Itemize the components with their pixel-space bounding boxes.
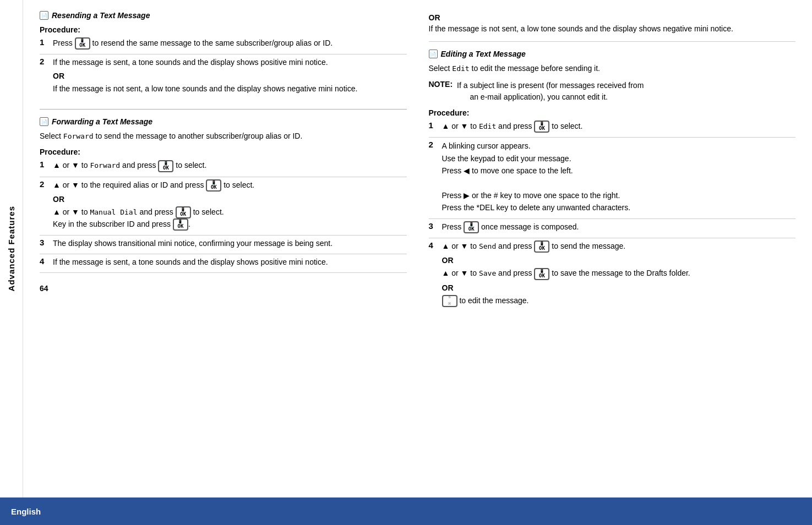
section-editing: 📄 Editing a Text Message Select Edit to … xyxy=(429,50,796,314)
step-1-forward: 1 ▲ or ▼ to Forward and press 📱 OK to se… xyxy=(40,160,407,177)
main-content: 📄 Resending a Text Message Procedure: 1 … xyxy=(23,0,812,497)
editing-intro: Select Edit to edit the message before s… xyxy=(429,63,796,74)
manual-dial-text: Manual Dial xyxy=(90,208,137,216)
step-content-3-edit: Press 📱 OK once message is composed. xyxy=(442,221,796,233)
sidebar: Advanced Features xyxy=(0,0,23,497)
section-editing-title: 📄 Editing a Text Message xyxy=(429,50,796,58)
step-content-2-resend: If the message is sent, a tone sounds an… xyxy=(53,57,407,95)
step-content-2-forward: ▲ or ▼ to the required alias or ID and p… xyxy=(53,179,407,231)
step-content-1-resend: Press 📱 OK to resend the same message to… xyxy=(53,37,407,50)
or-label-4e2: OR xyxy=(442,282,796,294)
step-2-edit: 2 A blinking cursor appears. Use the key… xyxy=(429,140,796,218)
section-forwarding-title: 📄 Forwarding a Text Message xyxy=(40,117,407,126)
note-label: NOTE: xyxy=(429,80,453,103)
footer-bar: English xyxy=(0,497,812,525)
divider-1 xyxy=(40,109,407,110)
or-label-4e: OR xyxy=(442,255,796,266)
send-text: Send xyxy=(479,242,496,250)
ok-button-1: 📱 OK xyxy=(75,37,90,50)
or-text-right-top: If the message is not sent, a low tone s… xyxy=(429,23,796,35)
ok-button-1f: 📱 OK xyxy=(158,160,173,172)
ok-button-1e: 📱 OK xyxy=(534,121,549,133)
step-num-4-forward: 4 xyxy=(40,256,48,266)
page-container: Advanced Features 📄 Resending a Text Mes… xyxy=(0,0,812,497)
sidebar-label: Advanced Features xyxy=(7,206,16,291)
procedure-label-3: Procedure: xyxy=(429,108,796,117)
step-content-1-edit: ▲ or ▼ to Edit and press 📱 OK to select. xyxy=(442,121,796,133)
left-column: 📄 Resending a Text Message Procedure: 1 … xyxy=(40,11,407,486)
step-num-1-edit: 1 xyxy=(429,121,438,130)
or-label-resend-2: OR xyxy=(53,70,407,82)
step-3-forward: 3 The display shows transitional mini no… xyxy=(40,238,407,254)
ok-button-2f: 📱 OK xyxy=(206,179,221,192)
section-icon-resending: 📄 xyxy=(40,11,48,20)
step-1-edit: 1 ▲ or ▼ to Edit and press 📱 OK to selec… xyxy=(429,121,796,138)
step-content-1-forward: ▲ or ▼ to Forward and press 📱 OK to sele… xyxy=(53,160,407,172)
step-content-3-forward: The display shows transitional mini noti… xyxy=(53,238,407,249)
section-resending-title: 📄 Resending a Text Message xyxy=(40,11,407,20)
page-number: 64 xyxy=(40,284,407,293)
step-num-1-resend: 1 xyxy=(40,37,48,47)
forward-mono: Forward xyxy=(63,132,94,140)
ok-button-3e: 📱 OK xyxy=(464,221,479,233)
step-2-resend: 2 If the message is sent, a tone sounds … xyxy=(40,57,407,99)
step-4-forward: 4 If the message is sent, a tone sounds … xyxy=(40,256,407,273)
forwarding-intro: Select Forward to send the message to an… xyxy=(40,130,407,142)
ok-button-2f2: 📱 OK xyxy=(176,206,191,218)
note-block: NOTE: If a subject line is present (for … xyxy=(429,80,796,103)
ok-button-2f3: 📱 OK xyxy=(173,218,188,231)
step-content-4-edit: ▲ or ▼ to Send and press 📱 OK to send th… xyxy=(442,240,796,307)
step-4-edit: 4 ▲ or ▼ to Send and press 📱 OK to send … xyxy=(429,240,796,311)
section-icon-editing: 📄 xyxy=(429,50,438,58)
ok-button-4e: 📱 OK xyxy=(534,240,549,253)
ok-button-4e2: 📱 OK xyxy=(534,268,549,280)
step-num-4-edit: 4 xyxy=(429,240,438,250)
section-forwarding: 📄 Forwarding a Text Message Select Forwa… xyxy=(40,117,407,293)
step-num-2-edit: 2 xyxy=(429,140,438,149)
step-content-4-forward: If the message is sent, a tone sounds an… xyxy=(53,256,407,268)
edit-mono: Edit xyxy=(452,64,469,73)
footer-language: English xyxy=(11,507,41,516)
step-num-2-forward: 2 xyxy=(40,179,48,189)
step-num-3-edit: 3 xyxy=(429,221,438,231)
save-text: Save xyxy=(479,269,496,277)
step-num-1-forward: 1 xyxy=(40,160,48,169)
or-label-right-top: OR xyxy=(429,13,796,22)
procedure-label-2: Procedure: xyxy=(40,147,407,156)
step-num-2-resend: 2 xyxy=(40,57,48,66)
step-3-edit: 3 Press 📱 OK once message is composed. xyxy=(429,221,796,238)
forward-text: Forward xyxy=(90,161,120,169)
note-text: If a subject line is present (for messag… xyxy=(457,80,644,103)
right-top-or: OR If the message is not sent, a low ton… xyxy=(429,11,796,42)
step-2-forward: 2 ▲ or ▼ to the required alias or ID and… xyxy=(40,179,407,236)
section-icon-forwarding: 📄 xyxy=(40,117,48,126)
back-button-4e: ⎋ ☉ xyxy=(442,295,457,307)
step-content-2-edit: A blinking cursor appears. Use the keypa… xyxy=(442,140,796,214)
right-column: OR If the message is not sent, a low ton… xyxy=(429,11,796,486)
edit-text: Edit xyxy=(479,122,496,130)
procedure-label-1: Procedure: xyxy=(40,25,407,34)
section-resending: 📄 Resending a Text Message Procedure: 1 … xyxy=(40,11,407,101)
or-label-2f: OR xyxy=(53,194,407,205)
step-num-3-forward: 3 xyxy=(40,238,48,247)
step-1-resend: 1 Press 📱 OK to resend the same message … xyxy=(40,37,407,54)
